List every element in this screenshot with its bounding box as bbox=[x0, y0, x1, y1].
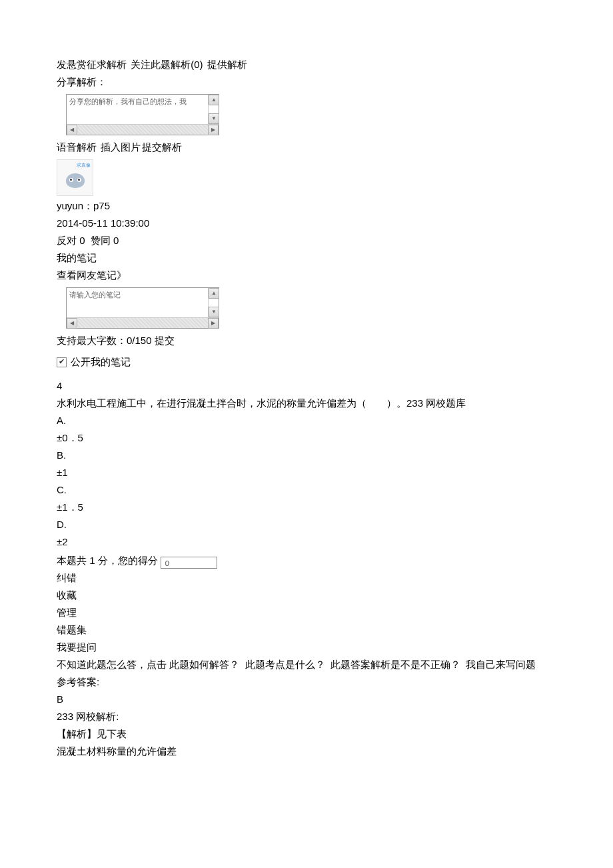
correct-link[interactable]: 纠错 bbox=[57, 570, 556, 586]
vertical-scrollbar[interactable]: ▲ ▼ bbox=[208, 288, 219, 317]
ref-answer-label: 参考答案: bbox=[57, 674, 556, 690]
view-friends-notes-link[interactable]: 查看网友笔记》 bbox=[57, 267, 556, 283]
manage-link[interactable]: 管理 bbox=[57, 605, 556, 621]
submit-notes-button[interactable]: 提交 bbox=[155, 335, 175, 346]
scroll-left-icon[interactable]: ◀ bbox=[67, 125, 77, 135]
score-label: 本题共 1 分，您的得分 bbox=[57, 553, 158, 569]
analysis-text: 【解析】见下表 bbox=[57, 726, 556, 742]
share-label: 分享解析： bbox=[57, 74, 556, 90]
provide-link[interactable]: 提供解析 bbox=[207, 59, 247, 70]
avatar[interactable]: 求真像 bbox=[57, 159, 93, 196]
scroll-down-icon[interactable]: ▼ bbox=[209, 307, 219, 317]
char-count: 0/150 bbox=[127, 335, 152, 346]
scroll-right-icon[interactable]: ▶ bbox=[208, 318, 219, 329]
horizontal-scrollbar[interactable] bbox=[77, 318, 208, 328]
analysis-label: 233 网校解析: bbox=[57, 709, 556, 725]
option-b[interactable]: ±1 bbox=[57, 465, 556, 481]
notes-textarea[interactable]: 请输入您的笔记 ▲ ▼ ◀ ▶ bbox=[66, 287, 219, 329]
public-notes-checkbox[interactable]: ✔ bbox=[57, 357, 67, 367]
follow-link[interactable]: 关注此题解析(0) bbox=[131, 59, 203, 70]
help-q1-link[interactable]: 此题如何解答？ bbox=[169, 659, 239, 670]
wrong-set-link[interactable]: 错题集 bbox=[57, 622, 556, 638]
voice-analysis-link[interactable]: 语音解析 bbox=[57, 141, 97, 153]
question-stem: 水利水电工程施工中，在进行混凝土拌合时，水泥的称量允许偏差为（ ）。233 网校… bbox=[57, 395, 556, 411]
favorite-link[interactable]: 收藏 bbox=[57, 587, 556, 603]
option-d-label: D. bbox=[57, 517, 556, 533]
horizontal-scrollbar[interactable] bbox=[77, 125, 208, 135]
agree-button[interactable]: 赞同 0 bbox=[91, 235, 119, 246]
table-title: 混凝土材料称量的允许偏差 bbox=[57, 743, 556, 759]
ask-link[interactable]: 我要提问 bbox=[57, 639, 556, 655]
scroll-left-icon[interactable]: ◀ bbox=[67, 318, 77, 329]
public-notes-label: 公开我的笔记 bbox=[71, 354, 131, 370]
question-number: 4 bbox=[57, 378, 556, 394]
scroll-up-icon[interactable]: ▲ bbox=[209, 288, 219, 299]
notes-placeholder: 请输入您的笔记 bbox=[67, 288, 208, 317]
help-q3-link[interactable]: 此题答案解析是不是不正确？ bbox=[330, 659, 460, 670]
option-b-label: B. bbox=[57, 447, 556, 463]
help-q4-link[interactable]: 我自己来写问题 bbox=[466, 659, 536, 670]
option-a-label: A. bbox=[57, 413, 556, 429]
share-textarea[interactable]: 分享您的解析，我有自己的想法，我 ▲ ▼ ◀ ▶ bbox=[66, 94, 219, 135]
option-c-label: C. bbox=[57, 482, 556, 498]
scroll-up-icon[interactable]: ▲ bbox=[209, 95, 219, 105]
bounty-link[interactable]: 发悬赏征求解析 bbox=[57, 59, 127, 70]
avatar-tag: 求真像 bbox=[77, 161, 91, 169]
comment-user[interactable]: yuyun： bbox=[57, 200, 93, 211]
avatar-face-icon bbox=[66, 173, 85, 188]
help-prefix: 不知道此题怎么答，点击 bbox=[57, 659, 167, 670]
share-placeholder: 分享您的解析，我有自己的想法，我 bbox=[67, 95, 208, 124]
vertical-scrollbar[interactable]: ▲ ▼ bbox=[208, 95, 219, 124]
option-d[interactable]: ±2 bbox=[57, 534, 556, 550]
score-input[interactable]: 0 bbox=[161, 557, 217, 569]
insert-image-link[interactable]: 插入图片 bbox=[101, 141, 141, 153]
char-limit-label: 支持最大字数： bbox=[57, 335, 127, 346]
submit-analysis-button[interactable]: 提交解析 bbox=[142, 141, 182, 153]
oppose-button[interactable]: 反对 0 bbox=[57, 235, 85, 246]
scroll-down-icon[interactable]: ▼ bbox=[209, 113, 219, 124]
scroll-right-icon[interactable]: ▶ bbox=[208, 125, 219, 135]
comment-text: p75 bbox=[93, 200, 110, 211]
comment-time: 2014-05-11 10:39:00 bbox=[57, 215, 556, 231]
option-a[interactable]: ±0．5 bbox=[57, 430, 556, 446]
help-q2-link[interactable]: 此题考点是什么？ bbox=[245, 659, 325, 670]
my-notes-label: 我的笔记 bbox=[57, 250, 556, 266]
option-c[interactable]: ±1．5 bbox=[57, 499, 556, 515]
ref-answer-value: B bbox=[57, 691, 556, 707]
